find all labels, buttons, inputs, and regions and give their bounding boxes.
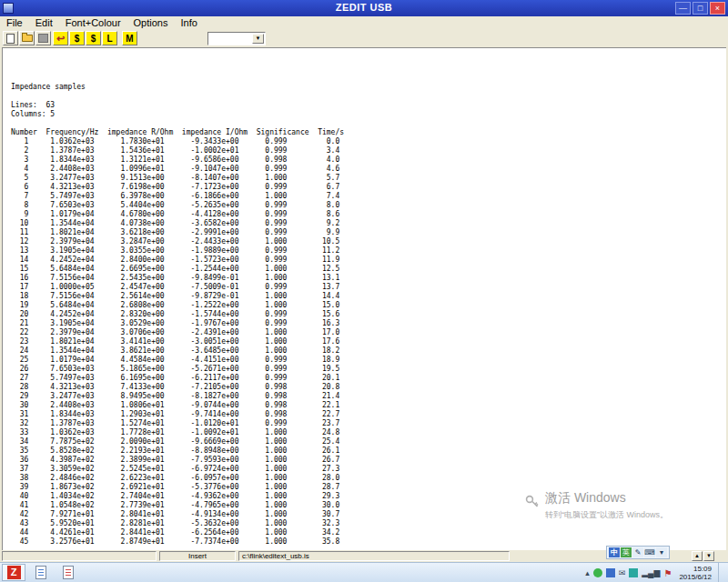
- scroll-down-button[interactable]: ▼: [703, 551, 714, 561]
- watermark-subtitle: 转到“电脑设置”以激活 Windows。: [545, 509, 668, 521]
- combobox-dropdown-icon[interactable]: ▼: [252, 34, 264, 44]
- ime-options-icon[interactable]: ▾: [656, 547, 667, 557]
- ime-keyboard-icon[interactable]: ⌨: [644, 547, 655, 557]
- taskbar-app-zedit[interactable]: Z: [2, 564, 25, 581]
- taskbar-app-doc-red[interactable]: [56, 564, 80, 581]
- caption-buttons: — □ ×: [675, 2, 725, 15]
- toolbar-combobox[interactable]: ▼: [207, 32, 266, 45]
- l-button[interactable]: L: [102, 31, 117, 45]
- taskbar-app-doc-blue[interactable]: [29, 564, 53, 581]
- menu-file[interactable]: File: [0, 16, 29, 30]
- taskbar: Z ▴ ✉ ▂▄▆ ⚑ 15:09 2015/6/12: [0, 562, 728, 582]
- tray-network-icon[interactable]: ▂▄▆: [642, 568, 660, 577]
- dollar-button-2[interactable]: $: [86, 31, 101, 45]
- window-title: ZEDIT USB: [0, 2, 728, 13]
- menu-font-colour[interactable]: Font+Colour: [59, 16, 127, 30]
- ime-pen-icon[interactable]: ✎: [632, 547, 643, 557]
- open-file-button[interactable]: [19, 31, 35, 45]
- undo-icon: ↩: [56, 34, 65, 43]
- toolbar: ↩ $ $ L M ▼: [0, 30, 728, 47]
- tray-update-icon[interactable]: [629, 568, 638, 577]
- editor-area[interactable]: Impedance samples Lines: 63 Columns: 5 N…: [2, 47, 726, 550]
- new-file-button[interactable]: [3, 31, 18, 45]
- insert-mode-indicator: Insert: [159, 551, 236, 561]
- open-folder-icon: [22, 35, 33, 42]
- ime-language-bar: 中 英 ✎ ⌨ ▾: [606, 546, 670, 559]
- minimize-button[interactable]: —: [675, 2, 691, 15]
- save-icon: [38, 34, 48, 43]
- menu-options[interactable]: Options: [127, 16, 175, 30]
- desktop: ZEDIT USB — □ × File Edit Font+Colour Op…: [0, 0, 728, 582]
- title-bar[interactable]: ZEDIT USB — □ ×: [0, 0, 728, 16]
- m-button[interactable]: M: [122, 31, 137, 45]
- tray-messenger-icon[interactable]: [606, 568, 615, 577]
- zedit-app-icon: Z: [7, 566, 21, 579]
- menu-bar: File Edit Font+Colour Options Info: [0, 16, 728, 30]
- key-icon: [525, 494, 540, 508]
- clock-time: 15:09: [679, 565, 712, 573]
- watermark-title: 激活 Windows: [545, 490, 668, 507]
- activate-windows-watermark: 激活 Windows 转到“电脑设置”以激活 Windows。: [525, 490, 668, 521]
- document-red-icon: [63, 566, 74, 579]
- file-path-indicator: c:\flink\editext_usb.is: [238, 551, 510, 561]
- undo-button[interactable]: ↩: [53, 31, 68, 45]
- system-tray: ▴ ✉ ▂▄▆ ⚑ 15:09 2015/6/12: [585, 563, 723, 582]
- show-desktop-button[interactable]: [718, 563, 723, 582]
- tray-action-center-icon[interactable]: ⚑: [663, 568, 672, 578]
- tray-mail-icon[interactable]: ✉: [619, 568, 626, 577]
- new-document-icon: [6, 34, 15, 44]
- save-file-button[interactable]: [35, 31, 51, 45]
- taskbar-apps: Z: [2, 564, 80, 581]
- close-button[interactable]: ×: [710, 2, 725, 15]
- status-panel-left: [2, 551, 157, 561]
- ime-chinese-icon[interactable]: 中: [609, 547, 620, 557]
- menu-edit[interactable]: Edit: [29, 16, 59, 30]
- document-text[interactable]: Impedance samples Lines: 63 Columns: 5 N…: [11, 83, 344, 547]
- hidden-icons-chevron-icon[interactable]: ▴: [585, 568, 590, 577]
- maximize-button[interactable]: □: [693, 2, 708, 15]
- dollar-button-1[interactable]: $: [69, 31, 85, 45]
- menu-info[interactable]: Info: [174, 16, 203, 30]
- clock-date: 2015/6/12: [679, 573, 712, 581]
- tray-security-icon[interactable]: [593, 568, 602, 577]
- scroll-up-button[interactable]: ▲: [692, 551, 703, 561]
- document-blue-icon: [35, 566, 46, 579]
- ime-mode-icon[interactable]: 英: [621, 547, 632, 557]
- taskbar-clock[interactable]: 15:09 2015/6/12: [679, 565, 712, 581]
